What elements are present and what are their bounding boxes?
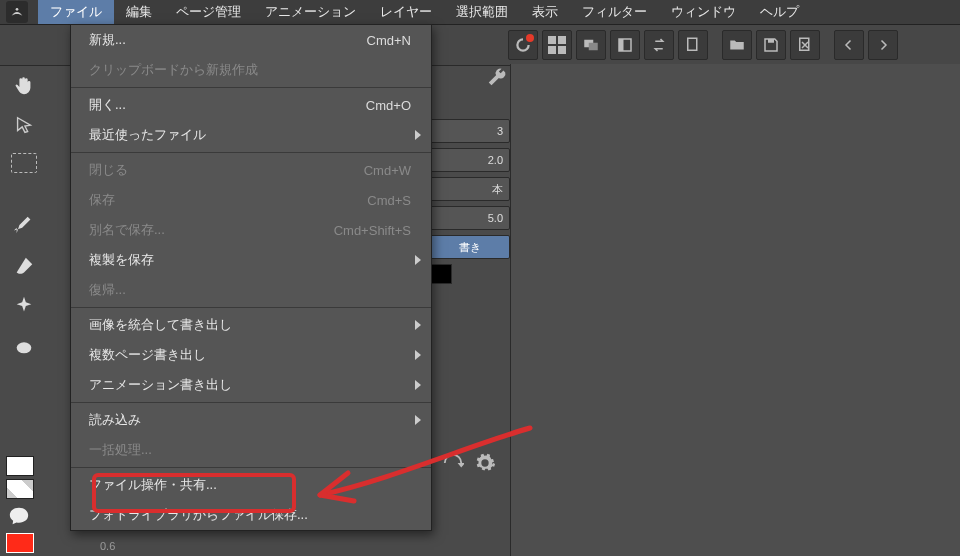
svg-point-0 bbox=[16, 8, 19, 11]
menu-ウィンドウ[interactable]: ウィンドウ bbox=[659, 0, 748, 24]
wrench-icon[interactable] bbox=[484, 64, 510, 90]
menu-item-別名で保存...: 別名で保存...Cmd+Shift+S bbox=[71, 215, 431, 245]
menu-item-新規...[interactable]: 新規...Cmd+N bbox=[71, 25, 431, 55]
swap-icon[interactable] bbox=[644, 30, 674, 60]
panel-icon[interactable] bbox=[610, 30, 640, 60]
gear-icon[interactable] bbox=[472, 450, 498, 476]
menu-item-フォトライブラリからファイル保存...[interactable]: フォトライブラリからファイル保存... bbox=[71, 500, 431, 530]
cycle-icon[interactable] bbox=[440, 450, 466, 476]
new-doc-icon[interactable] bbox=[678, 30, 708, 60]
prop-field-1[interactable]: 3 bbox=[430, 119, 510, 143]
menu-item-復帰...: 復帰... bbox=[71, 275, 431, 305]
spiral-icon[interactable] bbox=[508, 30, 538, 60]
prop-field-2[interactable]: 2.0 bbox=[430, 148, 510, 172]
menu-item-クリップボードから新規作成: クリップボードから新規作成 bbox=[71, 55, 431, 85]
swatch-area bbox=[6, 453, 52, 556]
menu-レイヤー[interactable]: レイヤー bbox=[368, 0, 444, 24]
white-swatch[interactable] bbox=[6, 456, 34, 476]
canvas-area[interactable] bbox=[510, 64, 960, 556]
property-panel-peek: 3 2.0 本 5.0 書き bbox=[430, 64, 510, 288]
svg-rect-2 bbox=[589, 43, 598, 51]
sparkle-tool-icon[interactable] bbox=[11, 293, 37, 319]
prop-field-3[interactable]: 本 bbox=[430, 177, 510, 201]
menu-item-ファイル操作・共有...[interactable]: ファイル操作・共有... bbox=[71, 470, 431, 500]
prop-field-4[interactable]: 5.0 bbox=[430, 206, 510, 230]
small-readout: 0.6 bbox=[100, 540, 115, 552]
grid-icon[interactable] bbox=[542, 30, 572, 60]
prev-icon[interactable] bbox=[834, 30, 864, 60]
hand-tool-icon[interactable] bbox=[11, 73, 37, 99]
menu-item-最近使ったファイル[interactable]: 最近使ったファイル bbox=[71, 120, 431, 150]
app-logo bbox=[6, 1, 28, 23]
menu-item-読み込み[interactable]: 読み込み bbox=[71, 405, 431, 435]
menu-ページ管理[interactable]: ページ管理 bbox=[164, 0, 253, 24]
menu-item-閉じる: 閉じるCmd+W bbox=[71, 155, 431, 185]
menu-item-画像を統合して書き出し[interactable]: 画像を統合して書き出し bbox=[71, 310, 431, 340]
menu-編集[interactable]: 編集 bbox=[114, 0, 164, 24]
menu-選択範囲[interactable]: 選択範囲 bbox=[444, 0, 520, 24]
pattern-swatch[interactable] bbox=[6, 479, 34, 499]
windows-icon[interactable] bbox=[576, 30, 606, 60]
black-swatch[interactable] bbox=[430, 264, 452, 284]
svg-rect-5 bbox=[688, 38, 697, 50]
menu-item-一括処理...: 一括処理... bbox=[71, 435, 431, 465]
speech-icon[interactable] bbox=[6, 503, 32, 529]
red-swatch[interactable] bbox=[6, 533, 34, 553]
pen-tool-icon[interactable] bbox=[11, 213, 37, 239]
menu-item-開く...[interactable]: 開く...Cmd+O bbox=[71, 90, 431, 120]
prop-field-active[interactable]: 書き bbox=[430, 235, 510, 259]
menu-item-複数ページ書き出し[interactable]: 複数ページ書き出し bbox=[71, 340, 431, 370]
svg-rect-4 bbox=[619, 39, 624, 51]
submenu-arrow-icon bbox=[415, 320, 421, 330]
menu-表示[interactable]: 表示 bbox=[520, 0, 570, 24]
left-toolbar bbox=[0, 65, 48, 359]
menu-フィルター[interactable]: フィルター bbox=[570, 0, 659, 24]
folder-icon[interactable] bbox=[722, 30, 752, 60]
svg-rect-6 bbox=[768, 39, 774, 43]
save-icon[interactable] bbox=[756, 30, 786, 60]
next-icon[interactable] bbox=[868, 30, 898, 60]
menu-アニメーション[interactable]: アニメーション bbox=[253, 0, 368, 24]
menu-item-アニメーション書き出し[interactable]: アニメーション書き出し bbox=[71, 370, 431, 400]
file-dropdown: 新規...Cmd+Nクリップボードから新規作成開く...Cmd+O最近使ったファ… bbox=[70, 24, 432, 531]
menu-ファイル[interactable]: ファイル bbox=[38, 0, 114, 24]
submenu-arrow-icon bbox=[415, 350, 421, 360]
menu-ヘルプ[interactable]: ヘルプ bbox=[748, 0, 811, 24]
submenu-arrow-icon bbox=[415, 130, 421, 140]
menu-item-複製を保存[interactable]: 複製を保存 bbox=[71, 245, 431, 275]
delete-icon[interactable] bbox=[790, 30, 820, 60]
menu-item-保存: 保存Cmd+S bbox=[71, 185, 431, 215]
brush-tool-icon[interactable] bbox=[11, 253, 37, 279]
pointer-tool-icon[interactable] bbox=[11, 113, 37, 139]
submenu-arrow-icon bbox=[415, 380, 421, 390]
svg-point-8 bbox=[17, 342, 32, 353]
menubar: ファイル編集ページ管理アニメーションレイヤー選択範囲表示フィルターウィンドウヘル… bbox=[0, 0, 960, 25]
submenu-arrow-icon bbox=[415, 415, 421, 425]
submenu-arrow-icon bbox=[415, 255, 421, 265]
blob-tool-icon[interactable] bbox=[11, 333, 37, 359]
marquee-tool-icon[interactable] bbox=[11, 153, 37, 173]
